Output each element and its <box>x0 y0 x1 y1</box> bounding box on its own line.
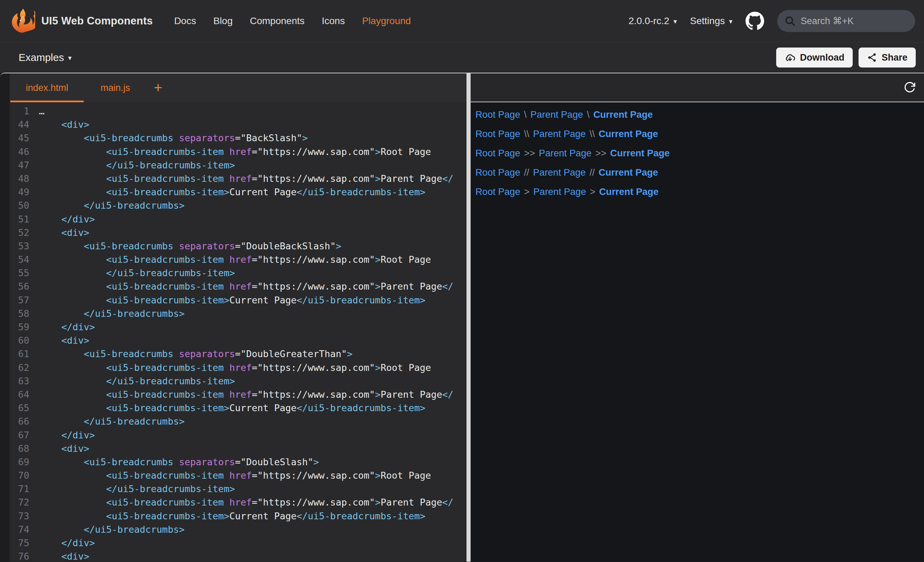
ui5-phoenix-logo-icon[interactable] <box>10 8 35 34</box>
breadcrumb-current: Current Page <box>598 167 658 178</box>
breadcrumb-link[interactable]: Root Page <box>476 186 520 197</box>
code-line: 73 <ui5-breadcrumbs-item>Current Page</u… <box>10 509 466 523</box>
code-line: 68 <div> <box>10 442 466 455</box>
breadcrumb-link[interactable]: Root Page <box>476 129 520 139</box>
code-line: 49 <ui5-breadcrumbs-item>Current Page</u… <box>10 185 466 199</box>
line-number: 60 <box>10 334 29 347</box>
code-editor[interactable]: 1…44 <div>45 <ui5-breadcrumbs separators… <box>10 102 466 562</box>
version-label: 2.0.0-rc.2 <box>628 15 669 27</box>
code-line: 59 </div> <box>10 320 466 334</box>
line-number: 57 <box>10 294 29 307</box>
cloud-download-icon <box>784 52 795 63</box>
playground-panel: index.htmlmain.js + 1…44 <div>45 <ui5-br… <box>0 73 924 562</box>
search-box[interactable] <box>777 10 915 32</box>
refresh-button[interactable] <box>902 80 917 95</box>
line-number: 47 <box>10 159 29 172</box>
line-number: 63 <box>10 374 29 388</box>
breadcrumb-link[interactable]: Root Page <box>476 148 520 159</box>
refresh-icon <box>903 81 916 94</box>
examples-bar: Examples ▾ Download Share <box>0 42 924 73</box>
editor-pane: index.htmlmain.js + 1…44 <div>45 <ui5-br… <box>0 73 466 562</box>
breadcrumb-separator: \\ <box>590 129 595 139</box>
breadcrumb-link[interactable]: Parent Page <box>533 167 586 178</box>
code-line: 60 <div> <box>10 334 466 347</box>
code-line: 58 </ui5-breadcrumbs> <box>10 307 466 320</box>
editor-left-gutter <box>0 73 10 562</box>
breadcrumb-current: Current Page <box>599 186 659 197</box>
code-line: 64 <ui5-breadcrumbs-item href="https://w… <box>10 388 466 401</box>
share-nodes-icon <box>867 52 877 63</box>
tab-main.js[interactable]: main.js <box>84 73 146 102</box>
breadcrumb-link[interactable]: Parent Page <box>539 148 591 159</box>
share-button[interactable]: Share <box>858 48 916 67</box>
version-dropdown[interactable]: 2.0.0-rc.2 ▾ <box>628 15 676 27</box>
line-number: 53 <box>10 239 29 253</box>
code-line: 61 <ui5-breadcrumbs separators="DoubleGr… <box>10 347 466 361</box>
search-icon <box>784 15 796 27</box>
breadcrumb-current: Current Page <box>598 129 658 139</box>
breadcrumb-link[interactable]: Parent Page <box>531 109 583 120</box>
download-button[interactable]: Download <box>776 48 853 67</box>
line-number: 66 <box>10 415 29 428</box>
code-line: 71 </ui5-breadcrumbs-item> <box>10 482 466 496</box>
breadcrumb-link[interactable]: Root Page <box>476 109 520 120</box>
code-line: 54 <ui5-breadcrumbs-item href="https://w… <box>10 253 466 266</box>
breadcrumb-separator: >> <box>596 148 606 159</box>
code-line: 74 </ui5-breadcrumbs> <box>10 523 466 536</box>
preview-toolbar <box>471 73 924 102</box>
breadcrumb-separator: // <box>590 167 595 178</box>
breadcrumbs-row: Root Page//Parent Page//Current Page <box>476 163 924 182</box>
line-number: 69 <box>10 455 29 469</box>
code-line: 67 </div> <box>10 429 466 442</box>
breadcrumb-link[interactable]: Parent Page <box>533 186 586 197</box>
header: UI5 Web Components DocsBlogComponentsIco… <box>0 0 924 42</box>
breadcrumbs-row: Root Page>>Parent Page>>Current Page <box>476 144 924 163</box>
line-number: 76 <box>10 550 29 562</box>
line-number: 54 <box>10 253 29 266</box>
preview-pane: Root Page\Parent Page\Current PageRoot P… <box>471 73 924 562</box>
nav-item-playground[interactable]: Playground <box>362 15 411 27</box>
line-number: 72 <box>10 496 29 509</box>
tab-index.html[interactable]: index.html <box>10 73 84 102</box>
line-number: 62 <box>10 361 29 374</box>
nav-item-components[interactable]: Components <box>250 15 304 27</box>
code-line: 45 <ui5-breadcrumbs separators="BackSlas… <box>10 131 466 145</box>
add-file-button[interactable]: + <box>146 73 170 102</box>
code-line: 66 </ui5-breadcrumbs> <box>10 415 466 428</box>
chevron-down-icon: ▾ <box>674 17 677 25</box>
line-number: 73 <box>10 509 29 523</box>
breadcrumbs-row: Root Page\\Parent Page\\Current Page <box>476 124 924 144</box>
code-line: 48 <ui5-breadcrumbs-item href="https://w… <box>10 172 466 185</box>
breadcrumb-separator: > <box>590 186 596 197</box>
breadcrumb-link[interactable]: Root Page <box>476 167 520 178</box>
pane-resize-handle[interactable] <box>466 73 471 562</box>
line-number: 48 <box>10 172 29 185</box>
settings-dropdown[interactable]: Settings ▾ <box>690 15 732 27</box>
code-line: 51 </div> <box>10 213 466 226</box>
line-number: 59 <box>10 320 29 334</box>
breadcrumb-separator: \\ <box>524 129 529 139</box>
editor-tabbar: index.htmlmain.js + <box>10 73 466 102</box>
code-line: 63 </ui5-breadcrumbs-item> <box>10 374 466 388</box>
code-line: 76 <div> <box>10 550 466 562</box>
examples-dropdown[interactable]: Examples ▾ <box>19 52 72 63</box>
line-number: 68 <box>10 442 29 455</box>
breadcrumb-link[interactable]: Parent Page <box>533 129 586 139</box>
line-number: 52 <box>10 226 29 239</box>
settings-label: Settings <box>690 15 725 27</box>
preview-content: Root Page\Parent Page\Current PageRoot P… <box>471 102 924 562</box>
code-line: 70 <ui5-breadcrumbs-item href="https://w… <box>10 469 466 482</box>
site-title: UI5 Web Components <box>41 15 153 27</box>
nav-item-blog[interactable]: Blog <box>213 15 232 27</box>
line-number: 45 <box>10 131 29 145</box>
github-icon[interactable] <box>746 12 764 30</box>
chevron-down-icon: ▾ <box>729 17 732 25</box>
breadcrumb-separator: \ <box>524 109 527 120</box>
nav-item-docs[interactable]: Docs <box>174 15 196 27</box>
breadcrumb-separator: // <box>524 167 529 178</box>
line-number: 46 <box>10 145 29 159</box>
examples-label: Examples <box>19 52 64 63</box>
line-number: 51 <box>10 213 29 226</box>
nav-item-icons[interactable]: Icons <box>322 15 345 27</box>
search-input[interactable] <box>801 16 908 27</box>
